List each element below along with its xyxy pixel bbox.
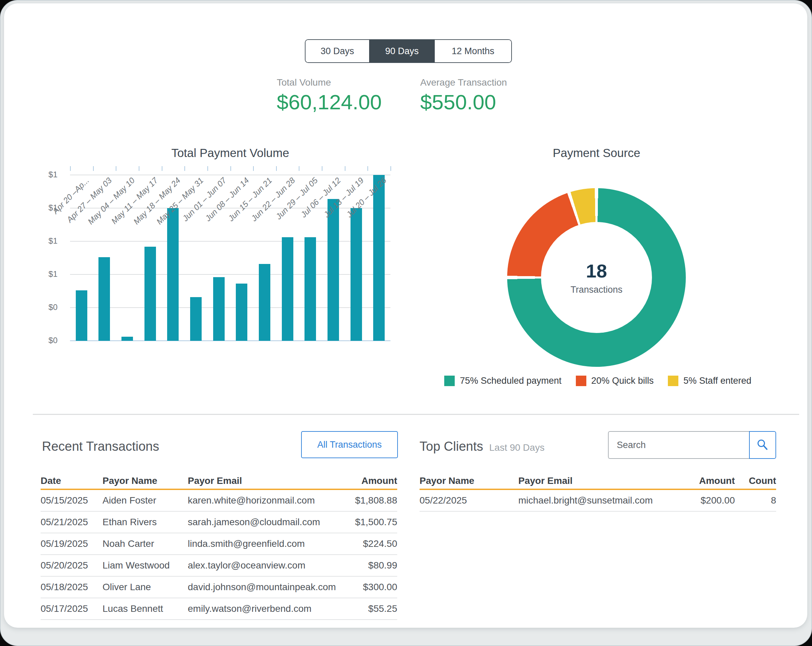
legend-item: 20% Quick bills <box>576 376 654 386</box>
table-cell: 05/20/2025 <box>41 560 102 571</box>
table-cell: Lucas Bennett <box>102 603 188 614</box>
gridline <box>70 208 391 208</box>
table-cell: david.johnson@mountainpeak.com <box>188 582 336 593</box>
table-cell: Noah Carter <box>102 538 188 549</box>
x-axis-tick <box>139 166 139 171</box>
table-cell: $224.50 <box>336 538 397 549</box>
table-row: 05/19/2025Noah Carterlinda.smith@greenfi… <box>41 533 397 555</box>
dashboard-frame: 30 Days 90 Days 12 Months Total Volume $… <box>0 0 812 646</box>
column-header: Amount <box>336 475 397 486</box>
table-cell: linda.smith@greenfield.com <box>188 538 336 549</box>
table-cell: alex.taylor@oceanview.com <box>188 560 336 571</box>
column-header: Payor Email <box>518 475 684 486</box>
table-cell: Aiden Foster <box>102 495 188 506</box>
average-transaction-value: $550.00 <box>420 90 507 114</box>
transactions-count: 18 <box>586 260 607 282</box>
table-row: 05/18/2025Oliver Lanedavid.johnson@mount… <box>41 577 397 598</box>
x-axis-tick <box>299 166 299 171</box>
bar <box>304 237 316 341</box>
bar <box>213 277 224 341</box>
y-axis-tick-label: $0 <box>37 302 58 312</box>
column-header: Amount <box>684 475 735 486</box>
x-axis-tick <box>162 166 162 171</box>
search-input[interactable] <box>609 432 749 458</box>
tab-90-days[interactable]: 90 Days <box>369 40 435 62</box>
table-row: 05/17/2025Lucas Bennettemily.watson@rive… <box>41 598 397 620</box>
recent-transactions-table: DatePayor NamePayor EmailAmount05/15/202… <box>41 473 397 620</box>
x-axis-tick <box>70 166 71 171</box>
table-row: 05/15/2025Aiden Fosterkaren.white@horizo… <box>41 490 397 512</box>
all-transactions-button[interactable]: All Transactions <box>301 431 398 458</box>
y-axis-tick-label: $1 <box>37 236 58 246</box>
payment-source-donut: 18 Transactions <box>507 188 686 367</box>
legend-label: 5% Staff entered <box>684 376 751 386</box>
column-header: Payor Name <box>420 475 518 486</box>
gridline <box>70 307 391 308</box>
x-axis-tick <box>345 166 345 171</box>
x-axis-tick <box>322 166 322 171</box>
section-divider <box>33 414 799 415</box>
table-cell: michael.bright@sunsetmail.com <box>518 495 684 506</box>
table-cell: 05/18/2025 <box>41 582 102 593</box>
legend-swatch <box>668 376 678 386</box>
y-axis-tick-label: $0 <box>37 336 58 345</box>
donut-center: 18 Transactions <box>541 222 652 333</box>
bar <box>373 175 385 341</box>
bar <box>259 264 270 341</box>
column-header: Payor Name <box>102 475 188 486</box>
bar <box>236 284 247 341</box>
gridline <box>70 175 391 175</box>
legend-label: 75% Scheduled payment <box>460 376 561 386</box>
search-button[interactable] <box>749 431 776 459</box>
x-axis-tick <box>253 166 254 171</box>
table-cell: 8 <box>735 495 776 506</box>
total-volume-value: $60,124.00 <box>277 90 382 114</box>
total-volume-label: Total Volume <box>277 77 382 88</box>
table-cell: $1,808.88 <box>336 495 397 506</box>
top-clients-subtitle: Last 90 Days <box>489 442 544 453</box>
recent-transactions-title: Recent Transactions <box>42 439 159 454</box>
bar <box>98 257 110 341</box>
x-axis-tick <box>93 166 94 171</box>
bar <box>351 208 362 341</box>
table-cell: 05/21/2025 <box>41 517 102 528</box>
table-cell: 05/22/2025 <box>420 495 518 506</box>
gridline <box>70 241 391 241</box>
table-cell: Ethan Rivers <box>102 517 188 528</box>
bar <box>190 297 201 341</box>
search-icon <box>756 438 769 451</box>
period-tab-group: 30 Days 90 Days 12 Months <box>305 39 512 63</box>
table-cell: Liam Westwood <box>102 560 188 571</box>
y-axis-tick-label: $1 <box>37 269 58 279</box>
table-cell: 05/17/2025 <box>41 603 102 614</box>
tab-30-days[interactable]: 30 Days <box>305 40 369 62</box>
top-clients-title: Top Clients <box>420 439 483 454</box>
x-axis-tick <box>185 166 185 171</box>
legend-swatch <box>444 376 455 386</box>
tab-12-months[interactable]: 12 Months <box>435 40 511 62</box>
table-cell: 05/15/2025 <box>41 495 102 506</box>
x-axis-tick <box>230 166 231 171</box>
table-cell: $1,500.75 <box>336 517 397 528</box>
legend-label: 20% Quick bills <box>591 376 654 386</box>
top-clients-heading: Top Clients Last 90 Days <box>420 439 544 454</box>
bar <box>145 247 156 341</box>
column-header: Date <box>41 475 102 486</box>
x-axis-tick <box>368 166 368 171</box>
x-axis-tick <box>276 166 277 171</box>
x-axis-tick <box>208 166 208 171</box>
table-cell: sarah.jameson@cloudmail.com <box>188 517 336 528</box>
table-cell: Oliver Lane <box>102 582 188 593</box>
table-row: 05/22/2025michael.bright@sunsetmail.com$… <box>420 490 776 512</box>
bar-chart-title: Total Payment Volume <box>70 146 391 160</box>
donut-legend: 75% Scheduled payment20% Quick bills5% S… <box>451 376 745 386</box>
bar <box>167 208 179 341</box>
bar <box>122 337 133 341</box>
x-axis-tick <box>116 166 116 171</box>
table-cell: emily.watson@riverbend.com <box>188 603 336 614</box>
table-cell: 05/19/2025 <box>41 538 102 549</box>
table-cell: $80.99 <box>336 560 397 571</box>
search-box <box>608 431 749 459</box>
gridline <box>70 274 391 275</box>
table-cell: $55.25 <box>336 603 397 614</box>
